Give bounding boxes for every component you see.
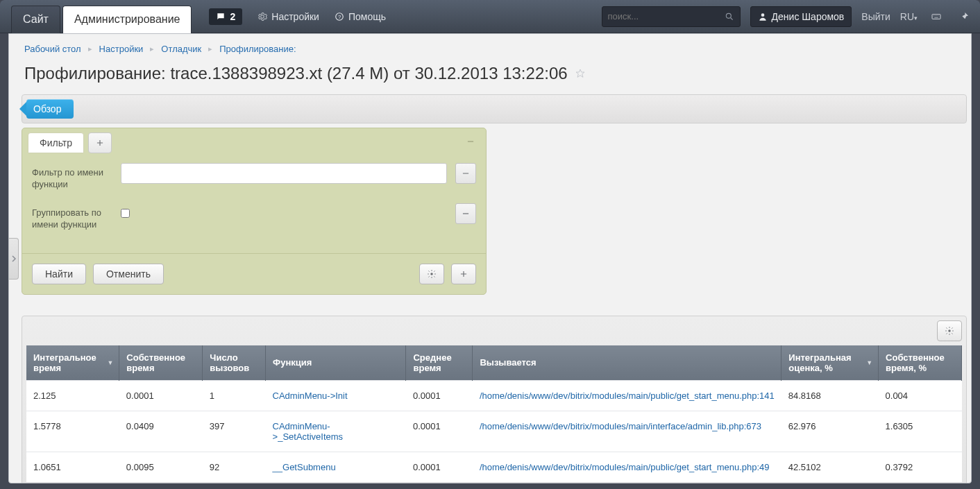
filter-by-name-label: Фильтр по имени функции (32, 163, 112, 191)
function-link[interactable]: __GetSubmenu (273, 462, 336, 472)
cell-self-pct: 0.004 (879, 380, 962, 411)
caller-link[interactable]: /home/denis/www/dev/bitrix/modules/main/… (480, 462, 770, 472)
cell-integral-time: 1.5778 (26, 411, 119, 452)
user-menu[interactable]: Денис Шаромов (750, 6, 852, 27)
cell-self-pct: 0.3792 (879, 452, 962, 482)
search-input[interactable] (608, 11, 725, 22)
chevron-right-icon: ▸ (88, 44, 92, 53)
remove-filter-name-button[interactable] (455, 163, 476, 184)
gear-icon (257, 12, 267, 22)
help-icon: ? (335, 12, 344, 22)
cell-avg-time: 0.0001 (406, 380, 473, 411)
cell-integral-time: 2.125 (26, 380, 119, 411)
sort-indicator-icon: ▼ (866, 359, 872, 366)
add-condition-button[interactable] (451, 264, 476, 284)
gear-icon (427, 269, 437, 279)
caller-link[interactable]: /home/denis/www/dev/bitrix/modules/main/… (480, 421, 761, 431)
breadcrumb: Рабочий стол ▸ Настройки ▸ Отладчик ▸ Пр… (22, 44, 971, 54)
minus-icon (461, 209, 471, 218)
cell-avg-time: 0.0001 (406, 411, 473, 452)
caller-link[interactable]: /home/denis/www/dev/bitrix/modules/main/… (480, 391, 775, 401)
th-function[interactable]: Функция (266, 345, 406, 381)
cell-function: CAdminMenu->Init (266, 380, 406, 411)
th-self-time[interactable]: Собственное время (119, 345, 203, 381)
cell-self-time: 0.0095 (119, 452, 203, 482)
keyboard-button[interactable] (927, 8, 945, 26)
th-calls[interactable]: Число вызовов (203, 345, 266, 381)
sort-indicator-icon: ▼ (107, 359, 113, 366)
sidebar-toggle[interactable] (9, 238, 19, 280)
function-link[interactable]: CAdminMenu->_SetActiveItems (273, 421, 344, 442)
crumb-settings[interactable]: Настройки (99, 44, 144, 54)
th-self-pct[interactable]: Собственное время, % (879, 345, 962, 381)
page-title: Профилирование: trace.1388398923.xt (27.… (22, 54, 971, 94)
cell-integral-pct: 84.8168 (782, 380, 879, 411)
table-row[interactable]: 2.1250.00011CAdminMenu->Init0.0001/home/… (26, 380, 962, 411)
overview-button[interactable]: Обзор (26, 99, 74, 119)
results-table-wrapper: Интегральное время▼ Собственное время Чи… (22, 316, 967, 483)
svg-point-11 (430, 273, 433, 275)
settings-link[interactable]: Настройки (257, 11, 319, 22)
collapse-filter-button[interactable] (462, 135, 479, 149)
pin-icon (958, 11, 970, 22)
svg-point-4 (761, 13, 764, 17)
cell-integral-time: 1.0651 (26, 452, 119, 482)
function-link[interactable]: CAdminMenu->Init (273, 391, 348, 401)
cell-calls: 1 (203, 380, 266, 411)
settings-label: Настройки (271, 11, 319, 22)
th-integral-pct[interactable]: Интегральная оценка, %▼ (782, 345, 879, 381)
global-search[interactable] (602, 6, 741, 27)
crumb-debugger[interactable]: Отладчик (161, 44, 201, 54)
group-by-name-checkbox[interactable] (121, 209, 130, 218)
th-caller[interactable]: Вызывается (473, 345, 782, 381)
help-link[interactable]: ? Помощь (335, 11, 386, 22)
notifications-badge[interactable]: 2 (209, 8, 242, 25)
cell-caller: /home/denis/www/dev/bitrix/modules/main/… (473, 411, 782, 452)
minus-icon (461, 169, 471, 178)
th-avg-time[interactable]: Среднее время (406, 345, 473, 381)
cell-self-time: 0.0001 (119, 380, 203, 411)
cell-function: CAdminMenu->_SetActiveItems (266, 411, 406, 452)
tab-admin[interactable]: Администрирование (62, 6, 192, 33)
table-row[interactable]: 1.06510.009592__GetSubmenu0.0001/home/de… (26, 452, 962, 482)
table-settings-button[interactable] (937, 320, 962, 341)
chevron-right-icon (11, 255, 17, 262)
cell-caller: /home/denis/www/dev/bitrix/modules/main/… (473, 452, 782, 482)
find-button[interactable]: Найти (32, 264, 86, 284)
th-integral-time[interactable]: Интегральное время▼ (26, 345, 119, 381)
cell-avg-time: 0.0001 (406, 452, 473, 482)
user-name: Денис Шаромов (772, 11, 845, 22)
notification-count: 2 (230, 11, 235, 22)
chevron-right-icon: ▸ (150, 44, 154, 53)
favorite-toggle[interactable] (575, 64, 586, 83)
topbar: Сайт Администрирование 2 Настройки ? Пом… (0, 0, 980, 33)
crumb-profiling[interactable]: Профилирование: (219, 44, 296, 54)
star-icon (575, 68, 586, 79)
results-table: Интегральное время▼ Собственное время Чи… (26, 345, 962, 482)
filter-settings-button[interactable] (419, 264, 444, 284)
user-icon (758, 12, 768, 22)
logout-link[interactable]: Выйти (861, 11, 890, 22)
overview-bar: Обзор (22, 94, 967, 123)
crumb-desktop[interactable]: Рабочий стол (24, 44, 81, 54)
svg-point-12 (948, 329, 951, 332)
help-label: Помощь (348, 11, 386, 22)
cancel-button[interactable]: Отменить (93, 264, 164, 284)
filter-by-name-input[interactable] (121, 163, 447, 184)
cell-self-time: 0.0409 (119, 411, 203, 452)
table-row[interactable]: 1.57780.0409397CAdminMenu->_SetActiveIte… (26, 411, 962, 452)
remove-filter-group-button[interactable] (455, 203, 476, 224)
svg-rect-5 (932, 14, 940, 19)
tab-site[interactable]: Сайт (11, 6, 60, 33)
group-by-name-label: Группировать по имени функции (32, 203, 112, 231)
filter-tab[interactable]: Фильтр (28, 132, 84, 153)
add-filter-tab-button[interactable] (88, 132, 112, 153)
cell-calls: 92 (203, 452, 266, 482)
pin-button[interactable] (955, 8, 973, 26)
lang-switch[interactable]: RU▾ (900, 11, 918, 22)
gear-icon (945, 326, 954, 336)
minus-icon (466, 137, 475, 146)
page-title-text: Профилирование: trace.1388398923.xt (27.… (24, 64, 568, 83)
chat-icon (216, 12, 226, 22)
search-icon (725, 12, 734, 22)
